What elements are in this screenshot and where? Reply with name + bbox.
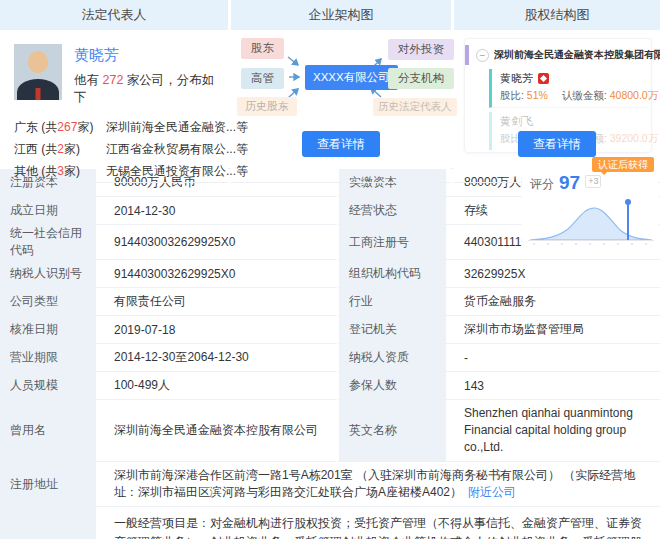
node-executives[interactable]: 高管 (241, 68, 284, 89)
address-text: 深圳市前海深港合作区前湾一路1号A栋201室 （入驻深圳市前海商务秘书有限公司）… (114, 468, 635, 499)
table-row: 公司类型 有限责任公司 行业 货币金融服务 (0, 288, 660, 316)
node-branches[interactable]: 分支机构 (388, 68, 454, 89)
field-label: 行业 (336, 288, 446, 316)
field-value: 143 (446, 372, 660, 400)
representative-profile: 黄晓芳 他有 272 家公司，分布如下 (0, 30, 228, 106)
business-scope-text: 一般经营项目是：对金融机构进行股权投资；受托资产管理（不得从事信托、金融资产管理… (96, 507, 660, 539)
shareholder-name: 黄剑飞 (500, 114, 533, 129)
region-distribution-list: 广东 (共267家) 深圳前海全民通金融资...等 江西 (共2家) 江西省金秋… (0, 106, 228, 182)
node-shareholders[interactable]: 股东 (241, 38, 284, 59)
region-companies: 江西省金秋贸易有限公...等 (106, 138, 248, 160)
equity-view-details-button[interactable]: 查看详情 (518, 131, 596, 157)
distribution-row: 其他 (共3家) 无锡全民通投资有限公...等 (14, 160, 220, 182)
representative-name-link[interactable]: 黄晓芳 (74, 46, 119, 65)
field-label: 工商注册号 (336, 225, 446, 260)
field-label: 组织机构代码 (336, 260, 446, 288)
top-panels: 法定代表人 黄晓芳 他有 272 家公司，分布如下 广东 (共267家) 深圳前… (0, 0, 660, 168)
table-row-address: 注册地址 深圳市前海深港合作区前湾一路1号A栋201室 （入驻深圳市前海商务秘书… (0, 462, 660, 507)
distribution-row: 广东 (共267家) 深圳前海全民通金融资...等 (14, 116, 220, 138)
equity-root-company: 深圳前海全民通金融资本控股集团有限公司 (494, 48, 660, 62)
field-value-english-name: Shenzhen qianhai quanmintong Financial c… (446, 400, 660, 462)
node-history-shareholders[interactable]: 历史股东 (237, 97, 297, 116)
field-label: 营业期限 (0, 344, 96, 372)
table-row-business-scope: 经营范围 一般经营项目是：对金融机构进行股权投资；受托资产管理（不得从事信托、金… (0, 507, 660, 539)
field-label: 经营范围 (0, 507, 96, 539)
node-history-legal-rep[interactable]: 历史法定代表人 (373, 98, 457, 116)
region-label: 江西 (共2家) (14, 138, 106, 160)
equity-root-row: − 深圳前海全民通金融资本控股集团有限公司 (465, 45, 647, 65)
region-companies: 无锡全民通投资有限公...等 (106, 160, 248, 182)
field-value: 32629925X (446, 260, 660, 288)
score-line: 评分 97 +3 (530, 173, 658, 193)
field-value: 9144030032629925X0 (96, 225, 336, 260)
field-value: - (446, 344, 660, 372)
field-label: 纳税人识别号 (0, 260, 96, 288)
field-label: 经营状态 (336, 197, 446, 225)
field-value: 2014-12-30 (96, 197, 336, 225)
company-count-summary: 他有 272 家公司，分布如下 (74, 72, 218, 106)
org-structure-panel: 企业架构图 股东 高管 历史股东 (231, 0, 451, 183)
region-companies: 深圳前海全民通金融资...等 (106, 116, 248, 138)
collapse-icon[interactable]: − (476, 49, 489, 62)
nearby-companies-link[interactable]: 附近公司 (468, 485, 516, 499)
org-structure-diagram: 股东 高管 历史股东 XXXX有限公司 对外投资 分支机构 历史法定代表人 查看… (231, 30, 451, 183)
field-label: 曾用名 (0, 400, 96, 462)
registered-address: 深圳市前海深港合作区前湾一路1号A栋201室 （入驻深圳市前海商务秘书有限公司）… (96, 462, 660, 507)
field-value: 有限责任公司 (96, 288, 336, 316)
score-delta-badge: +3 (585, 175, 601, 188)
org-view-details-button[interactable]: 查看详情 (302, 131, 380, 157)
field-label: 成立日期 (0, 197, 96, 225)
beneficial-owner-icon (538, 73, 549, 84)
equity-structure-title: 股权结构图 (454, 0, 660, 30)
table-row: 营业期限 2014-12-30至2064-12-30 纳税人资质 - (0, 344, 660, 372)
node-outbound-investment[interactable]: 对外投资 (388, 39, 454, 60)
equity-structure-panel: 股权结构图 − 深圳前海全民通金融资本控股集团有限公司 黄晓芳 股比: 51%认… (454, 0, 660, 183)
shareholder-row: 黄晓芳 股比: 51%认缴金额: 40800.0万 人民币 (489, 69, 647, 108)
legal-representative-body: 黄晓芳 他有 272 家公司，分布如下 广东 (共267家) 深圳前海全民通金融… (0, 30, 228, 183)
field-label: 纳税人资质 (336, 344, 446, 372)
company-profile-page: 法定代表人 黄晓芳 他有 272 家公司，分布如下 广东 (共267家) 深圳前… (0, 0, 660, 539)
field-value: 100-499人 (96, 372, 336, 400)
legal-representative-title: 法定代表人 (0, 0, 228, 30)
field-label: 注册地址 (0, 462, 96, 507)
axis-ticks (534, 243, 646, 245)
table-row: 纳税人识别号 9144030032629925X0 组织机构代码 3262992… (0, 260, 660, 288)
score-value: 97 (559, 173, 580, 192)
field-value: 9144030032629925X0 (96, 260, 336, 288)
field-label: 公司类型 (0, 288, 96, 316)
field-label: 核准日期 (0, 316, 96, 344)
representative-info: 黄晓芳 他有 272 家公司，分布如下 (74, 44, 218, 106)
table-row: 人员规模 100-499人 参保人数 143 (0, 372, 660, 400)
legal-representative-panel: 法定代表人 黄晓芳 他有 272 家公司，分布如下 广东 (共267家) 深圳前… (0, 0, 228, 183)
summary-prefix: 他有 (74, 73, 102, 87)
field-value: 深圳前海全民通金融资本控股有限公司 (96, 400, 336, 462)
table-row: 曾用名 深圳前海全民通金融资本控股有限公司 英文名称 Shenzhen qian… (0, 400, 660, 462)
score-distribution-chart (528, 195, 654, 247)
company-count: 272 (102, 73, 123, 87)
field-value: 2014-12-30至2064-12-30 (96, 344, 336, 372)
region-label: 广东 (共267家) (14, 116, 106, 138)
score-widget: 评分 97 +3 (522, 169, 658, 251)
representative-photo (14, 44, 62, 100)
org-structure-title: 企业架构图 (231, 0, 451, 30)
tie-graphic (36, 88, 41, 100)
field-value: 深圳市市场监督管理局 (446, 316, 660, 344)
field-label: 统一社会信用代码 (0, 225, 96, 260)
field-label: 英文名称 (336, 400, 446, 462)
distribution-row: 江西 (共2家) 江西省金秋贸易有限公...等 (14, 138, 220, 160)
field-label: 参保人数 (336, 372, 446, 400)
table-row: 核准日期 2019-07-18 登记机关 深圳市市场监督管理局 (0, 316, 660, 344)
field-value: 货币金融服务 (446, 288, 660, 316)
region-label: 其他 (共3家) (14, 160, 106, 182)
field-value: 2019-07-18 (96, 316, 336, 344)
field-label: 人员规模 (0, 372, 96, 400)
score-label: 评分 (530, 176, 554, 193)
shareholder-name: 黄晓芳 (500, 71, 533, 86)
certified-unlock-badge[interactable]: 认证后获得 (592, 157, 654, 172)
shareholder-detail: 股比: 51%认缴金额: 40800.0万 人民币 (500, 89, 647, 103)
field-label: 登记机关 (336, 316, 446, 344)
node-company[interactable]: XXXX有限公司 (305, 65, 398, 90)
